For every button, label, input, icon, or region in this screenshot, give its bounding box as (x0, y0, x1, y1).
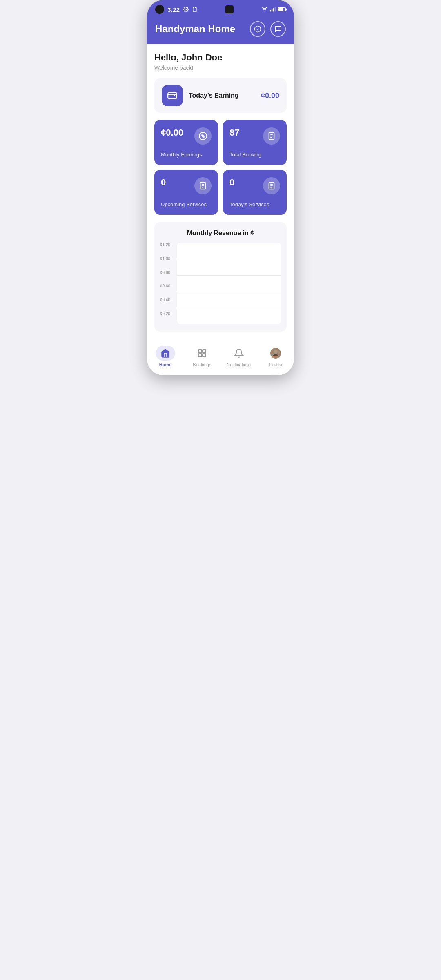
stat-label-monthly: Monthly Earnings (161, 151, 212, 158)
info-button[interactable] (250, 21, 265, 37)
clipboard-icon (192, 7, 198, 12)
status-icons (261, 7, 286, 12)
avatar-icon (270, 348, 281, 359)
signal-icon (270, 7, 276, 12)
battery-icon (278, 7, 286, 11)
chart-grid-lines (177, 243, 281, 324)
earnings-icon-wrap (162, 85, 183, 106)
upcoming-services-icon-circle (194, 177, 212, 194)
chat-button[interactable] (270, 21, 286, 37)
main-content: Hello, John Doe Welcome back! Today's Ea… (147, 44, 294, 340)
stat-value-upcoming: 0 (161, 177, 166, 188)
nav-label-bookings: Bookings (193, 362, 211, 367)
nav-item-profile[interactable]: Profile (257, 344, 294, 369)
earnings-left: Today's Earning (162, 85, 239, 106)
svg-rect-28 (203, 354, 206, 357)
info-icon (254, 25, 261, 33)
svg-rect-5 (275, 7, 276, 12)
list-clipboard-icon (267, 131, 276, 140)
svg-point-11 (202, 135, 203, 136)
todays-services-icon-circle (263, 177, 280, 194)
stat-value-total-booking: 87 (229, 127, 239, 138)
earnings-amount: ¢0.00 (261, 91, 279, 100)
y-label-1: ¢1.00 (160, 256, 170, 261)
chart-area (177, 243, 281, 324)
nav-label-profile: Profile (269, 362, 282, 367)
y-label-2: ¢0.80 (160, 270, 170, 275)
chart-section: Monthly Revenue in ¢ ¢1.20 ¢1.00 ¢0.80 ¢… (154, 222, 287, 332)
y-label-4: ¢0.40 (160, 298, 170, 302)
home-icon (160, 348, 170, 358)
chart-container: ¢1.20 ¢1.00 ¢0.80 ¢0.60 ¢0.40 ¢0.20 (160, 243, 281, 324)
nav-item-home[interactable]: Home (147, 344, 184, 369)
y-label-5: ¢0.20 (160, 312, 170, 316)
svg-rect-27 (198, 354, 202, 357)
earnings-card[interactable]: Today's Earning ¢0.00 (154, 78, 287, 113)
svg-rect-3 (272, 9, 272, 11)
svg-rect-26 (203, 350, 206, 353)
grid-line-3 (177, 292, 281, 292)
top-bar-icons (250, 21, 286, 37)
svg-point-0 (185, 9, 187, 10)
nav-item-bookings[interactable]: Bookings (184, 344, 220, 369)
settings-icon (183, 7, 189, 12)
stat-label-today-services: Today's Services (229, 201, 280, 207)
notch (225, 5, 234, 13)
stat-card-total-booking[interactable]: 87 Total Booking (223, 120, 287, 165)
status-time: 3:22 (167, 6, 180, 13)
svg-point-29 (274, 350, 277, 353)
bottom-nav: Home Bookings Notification (147, 340, 294, 375)
status-bar: 3:22 (147, 0, 294, 17)
profile-icon-wrap (266, 346, 285, 361)
monthly-earnings-icon-circle (194, 127, 212, 145)
stat-label-upcoming: Upcoming Services (161, 201, 212, 207)
chat-icon (274, 25, 282, 33)
chart-title: Monthly Revenue in ¢ (160, 229, 281, 237)
home-icon-wrap (156, 346, 175, 361)
wallet-icon (167, 90, 178, 101)
grid-line-1 (177, 259, 281, 259)
stats-grid: ¢0.00 Monthly Earnings 87 (154, 120, 287, 215)
app-title: Handyman Home (155, 23, 235, 35)
svg-rect-2 (270, 10, 271, 12)
svg-rect-25 (198, 350, 202, 353)
chart-y-labels: ¢1.20 ¢1.00 ¢0.80 ¢0.60 ¢0.40 ¢0.20 (160, 243, 173, 316)
nav-label-notifications: Notifications (227, 362, 251, 367)
stat-card-monthly-earnings[interactable]: ¢0.00 Monthly Earnings (154, 120, 218, 165)
wifi-icon (261, 7, 268, 12)
grid-line-2 (177, 275, 281, 276)
stat-card-upcoming-services[interactable]: 0 Upcoming Services (154, 170, 218, 215)
bookings-icon-wrap (192, 346, 212, 361)
camera-dot (155, 5, 164, 14)
badge-percent-icon (198, 131, 207, 140)
stat-label-total-booking: Total Booking (229, 151, 280, 158)
grid-line-0 (177, 243, 281, 243)
nav-label-home: Home (159, 362, 172, 367)
y-label-3: ¢0.60 (160, 284, 170, 288)
stat-value-today-services: 0 (229, 177, 234, 188)
greeting-name: Hello, John Doe (154, 52, 287, 63)
notifications-icon-wrap (229, 346, 249, 361)
phone-frame: 3:22 (147, 0, 294, 375)
nav-item-notifications[interactable]: Notifications (220, 344, 257, 369)
stat-card-todays-services[interactable]: 0 Today's Services (223, 170, 287, 215)
notifications-icon (234, 348, 244, 358)
earnings-label: Today's Earning (189, 92, 239, 99)
total-booking-icon-circle (263, 127, 280, 145)
svg-point-12 (203, 136, 204, 137)
upcoming-list-icon (198, 181, 207, 190)
grid-line-4 (177, 308, 281, 308)
y-label-0: ¢1.20 (160, 243, 170, 247)
todays-list-icon (267, 181, 276, 190)
avatar-svg (271, 348, 281, 358)
svg-rect-4 (273, 8, 274, 12)
svg-rect-9 (168, 92, 177, 98)
bookings-icon (197, 348, 207, 358)
stat-value-monthly: ¢0.00 (161, 127, 183, 138)
top-bar: Handyman Home (147, 17, 294, 44)
greeting-subtitle: Welcome back! (154, 65, 287, 71)
